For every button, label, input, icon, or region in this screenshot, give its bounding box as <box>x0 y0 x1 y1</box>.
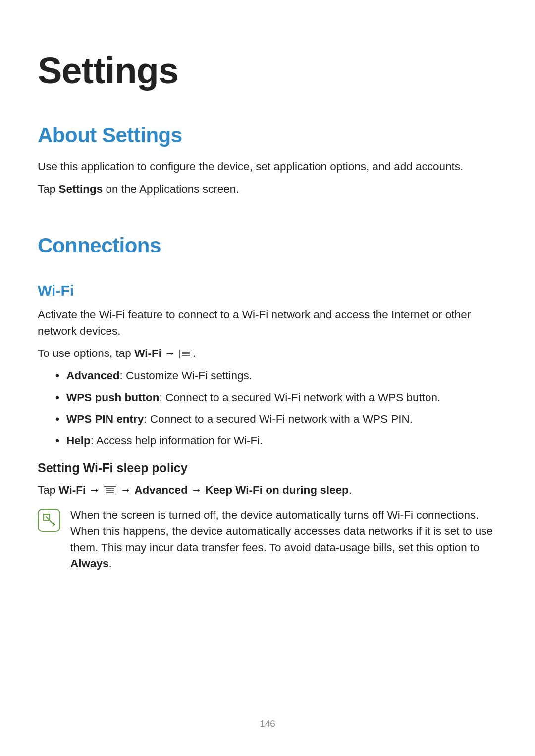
about-settings-heading: About Settings <box>38 123 497 147</box>
menu-icon <box>104 486 116 495</box>
wifi-sleep-note: When the screen is turned off, the devic… <box>38 507 497 572</box>
wifi-heading: Wi-Fi <box>38 282 497 299</box>
settings-app-name: Settings <box>59 183 103 195</box>
wifi-sleep-note-text: When the screen is turned off, the devic… <box>70 507 497 572</box>
connections-heading: Connections <box>38 234 497 257</box>
page-title: Settings <box>38 50 497 92</box>
wifi-sleep-path: Tap Wi-Fi → → Advanced → Keep Wi-Fi on d… <box>38 482 497 499</box>
about-text-1: Use this application to configure the de… <box>38 159 497 175</box>
list-item: Advanced: Customize Wi-Fi settings. <box>55 367 497 384</box>
wifi-options-list: Advanced: Customize Wi-Fi settings. WPS … <box>38 367 497 449</box>
page-number: 146 <box>0 718 535 729</box>
wifi-options-instruction: To use options, tap Wi-Fi → . <box>38 346 497 362</box>
list-item: WPS PIN entry: Connect to a secured Wi-F… <box>55 411 497 428</box>
wifi-sleep-title: Setting Wi-Fi sleep policy <box>38 461 497 475</box>
list-item: WPS push button: Connect to a secured Wi… <box>55 389 497 406</box>
wifi-intro: Activate the Wi-Fi feature to connect to… <box>38 307 497 339</box>
about-text-2: Tap Settings on the Applications screen. <box>38 181 497 198</box>
list-item: Help: Access help information for Wi-Fi. <box>55 432 497 449</box>
menu-icon <box>179 350 192 358</box>
note-icon <box>38 509 60 532</box>
